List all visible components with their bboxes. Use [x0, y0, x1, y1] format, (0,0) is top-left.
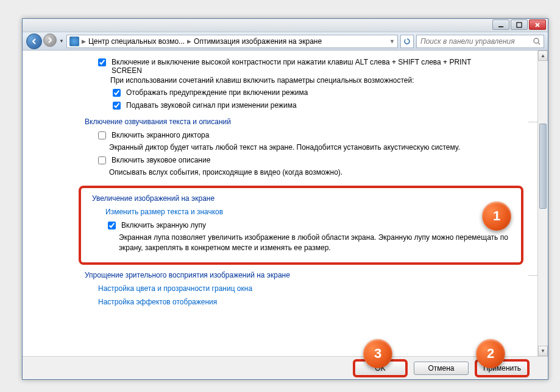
control-panel-window: ▼ ▶ Центр специальных возмо... ▶ Оптимиз…: [22, 18, 548, 380]
search-box[interactable]: [416, 35, 544, 48]
breadcrumb-segment[interactable]: Оптимизация изображения на экране: [194, 37, 322, 46]
search-input[interactable]: [419, 37, 530, 46]
window-border-color-link[interactable]: Настройка цвета и прозрачности границ ок…: [98, 284, 523, 293]
cancel-button[interactable]: Отмена: [414, 362, 469, 375]
show-warning-checkbox[interactable]: [113, 89, 121, 97]
play-sound-checkbox[interactable]: [113, 102, 121, 110]
high-contrast-toggle-checkbox[interactable]: [98, 58, 106, 66]
address-bar: ▼ ▶ Центр специальных возмо... ▶ Оптимиз…: [23, 32, 548, 51]
resize-text-link[interactable]: Изменить размер текста и значков: [105, 208, 512, 216]
narrator-description: Экранный диктор будет читать любой текст…: [109, 142, 523, 152]
svg-rect-0: [498, 26, 503, 27]
nav-back-button[interactable]: [26, 33, 42, 49]
magnify-section-highlight: Увеличение изображений на экране Изменит…: [79, 186, 523, 264]
scroll-up-button[interactable]: ▲: [538, 51, 548, 61]
svg-rect-1: [517, 23, 522, 27]
svg-point-2: [534, 38, 539, 43]
maximize-button[interactable]: [511, 19, 528, 30]
annotation-badge-3: 3: [363, 339, 392, 368]
close-button[interactable]: [529, 19, 546, 30]
control-panel-icon: [69, 37, 79, 46]
simplify-heading: Упрощение зрительного восприятия изображ…: [85, 271, 523, 279]
refresh-button[interactable]: [400, 35, 414, 48]
play-sound-label: Подавать звуковой сигнал при изменении р…: [126, 101, 297, 110]
scroll-down-button[interactable]: ▼: [538, 346, 548, 356]
display-effects-link[interactable]: Настройка эффектов отображения: [98, 298, 523, 306]
nav-forward-button[interactable]: [43, 33, 57, 47]
minimize-button[interactable]: [492, 19, 509, 30]
dialog-footer: OK Отмена Применить: [23, 356, 548, 379]
titlebar[interactable]: [23, 19, 548, 32]
show-warning-label: Отображать предупреждение при включении …: [126, 88, 308, 97]
breadcrumb-segment[interactable]: Центр специальных возмо...: [88, 37, 185, 46]
shortcut-note: При использовании сочетаний клавиш включ…: [110, 76, 523, 85]
chevron-icon[interactable]: ▶: [187, 38, 191, 44]
audio-description-label: Включить звуковое описание: [112, 156, 210, 164]
window-controls: [492, 19, 546, 30]
nav-dropdown-icon[interactable]: ▼: [59, 38, 64, 44]
high-contrast-toggle-label: Включение и выключение высокой контрастн…: [112, 58, 489, 75]
magnify-heading: Увеличение изображений на экране: [92, 194, 512, 203]
narrator-checkbox[interactable]: [98, 131, 106, 139]
audio-description-text: Описывать вслух события, происходящие в …: [109, 167, 523, 177]
magnifier-description: Экранная лупа позволяет увеличить изобра…: [119, 233, 512, 252]
chevron-icon[interactable]: ▶: [82, 38, 86, 44]
annotation-badge-2: 2: [476, 339, 505, 368]
refresh-icon: [403, 38, 411, 45]
audio-description-checkbox[interactable]: [98, 156, 106, 164]
vertical-scrollbar[interactable]: ▲ ▼: [537, 51, 548, 356]
magnifier-checkbox[interactable]: [108, 222, 116, 229]
content-area: Включение и выключение высокой контрастн…: [23, 51, 548, 356]
annotation-badge-1: 1: [482, 201, 511, 231]
magnifier-label: Включить экранную лупу: [121, 221, 206, 229]
search-icon: [533, 37, 541, 46]
scroll-thumb[interactable]: [539, 124, 547, 209]
narrator-label: Включить экранного диктора: [112, 131, 209, 139]
narrator-heading: Включение озвучивания текста и описаний: [85, 117, 523, 126]
breadcrumb[interactable]: ▶ Центр специальных возмо... ▶ Оптимизац…: [66, 35, 398, 48]
breadcrumb-dropdown-icon[interactable]: ▼: [389, 38, 395, 44]
